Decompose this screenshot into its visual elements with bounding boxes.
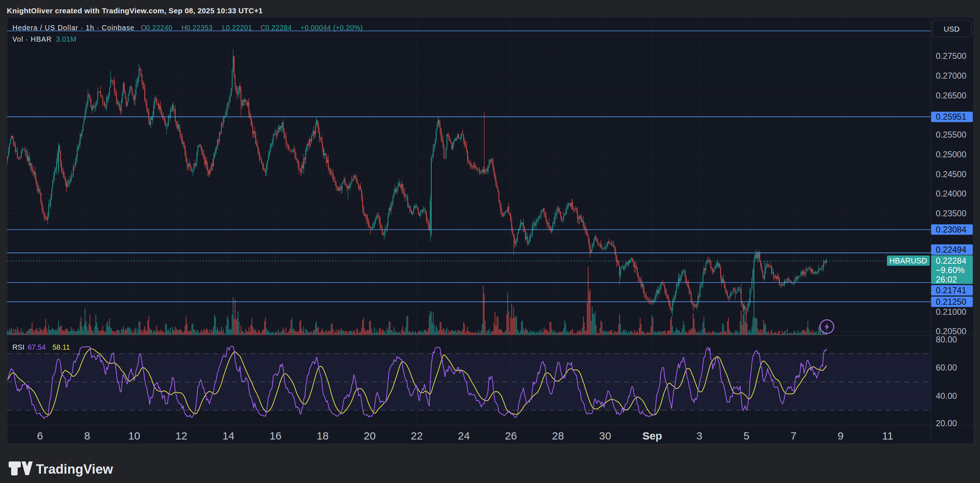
svg-text:5: 5 — [743, 430, 749, 442]
svg-text:−9.60%: −9.60% — [936, 265, 964, 275]
svg-text:0.24000: 0.24000 — [936, 189, 966, 199]
svg-text:O: O — [141, 24, 146, 32]
svg-text:TradingView: TradingView — [36, 462, 113, 477]
svg-text:22: 22 — [411, 430, 423, 442]
svg-text:C: C — [261, 24, 266, 32]
svg-text:3: 3 — [697, 430, 703, 442]
svg-text:0.22284: 0.22284 — [936, 256, 966, 265]
svg-text:6: 6 — [37, 430, 43, 442]
svg-text:80.00: 80.00 — [936, 335, 957, 344]
svg-text:20: 20 — [364, 430, 375, 442]
svg-text:USD: USD — [944, 25, 959, 33]
svg-text:0.25000: 0.25000 — [936, 150, 966, 159]
svg-text:8: 8 — [84, 430, 90, 442]
svg-text:28: 28 — [552, 430, 564, 442]
svg-text:24: 24 — [458, 430, 470, 442]
svg-text:Hedera / US Dollar · 1h · Coin: Hedera / US Dollar · 1h · Coinbase — [13, 24, 135, 32]
svg-text:0.21250: 0.21250 — [936, 297, 966, 307]
svg-text:0.27500: 0.27500 — [936, 51, 966, 61]
svg-text:0.21000: 0.21000 — [936, 307, 966, 316]
svg-text:KnightOliver created with Trad: KnightOliver created with TradingView.co… — [7, 6, 263, 15]
svg-text:0.25951: 0.25951 — [936, 112, 966, 121]
svg-text:30: 30 — [599, 430, 611, 442]
svg-text:20.00: 20.00 — [936, 419, 957, 428]
svg-text:60.00: 60.00 — [936, 363, 957, 372]
svg-text:0.23084: 0.23084 — [936, 225, 966, 234]
svg-text:0.25500: 0.25500 — [936, 130, 966, 140]
svg-text:26:02: 26:02 — [936, 275, 957, 284]
svg-text:0.22284: 0.22284 — [266, 24, 292, 32]
svg-text:11: 11 — [882, 430, 893, 442]
svg-text:58.11: 58.11 — [52, 343, 70, 351]
svg-text:18: 18 — [317, 430, 328, 442]
svg-text:0.22494: 0.22494 — [936, 245, 966, 254]
svg-text:12: 12 — [175, 430, 187, 442]
svg-text:0.26500: 0.26500 — [936, 91, 966, 100]
svg-text:0.22240: 0.22240 — [146, 24, 172, 32]
svg-text:9: 9 — [838, 430, 844, 442]
svg-text:+0.00044 (+0.20%): +0.00044 (+0.20%) — [301, 24, 363, 32]
svg-text:0.22353: 0.22353 — [186, 24, 213, 32]
svg-text:HBARUSD: HBARUSD — [889, 257, 927, 265]
svg-text:Sep: Sep — [642, 430, 662, 442]
svg-text:26: 26 — [505, 430, 517, 442]
svg-text:0.24500: 0.24500 — [936, 170, 966, 179]
svg-text:0.22201: 0.22201 — [226, 24, 252, 32]
svg-text:10: 10 — [128, 430, 140, 442]
svg-text:40.00: 40.00 — [936, 391, 957, 401]
svg-text:RSI: RSI — [13, 343, 24, 351]
svg-text:7: 7 — [791, 430, 797, 442]
svg-text:H: H — [181, 24, 186, 32]
svg-text:3.01M: 3.01M — [56, 35, 76, 43]
svg-text:67.54: 67.54 — [28, 343, 46, 351]
svg-text:14: 14 — [223, 430, 234, 442]
svg-text:0.21741: 0.21741 — [936, 286, 966, 295]
svg-text:16: 16 — [269, 430, 282, 442]
svg-text:0.23500: 0.23500 — [936, 209, 966, 218]
svg-text:0.27000: 0.27000 — [936, 71, 966, 81]
svg-text:Vol · HBAR: Vol · HBAR — [13, 35, 52, 43]
